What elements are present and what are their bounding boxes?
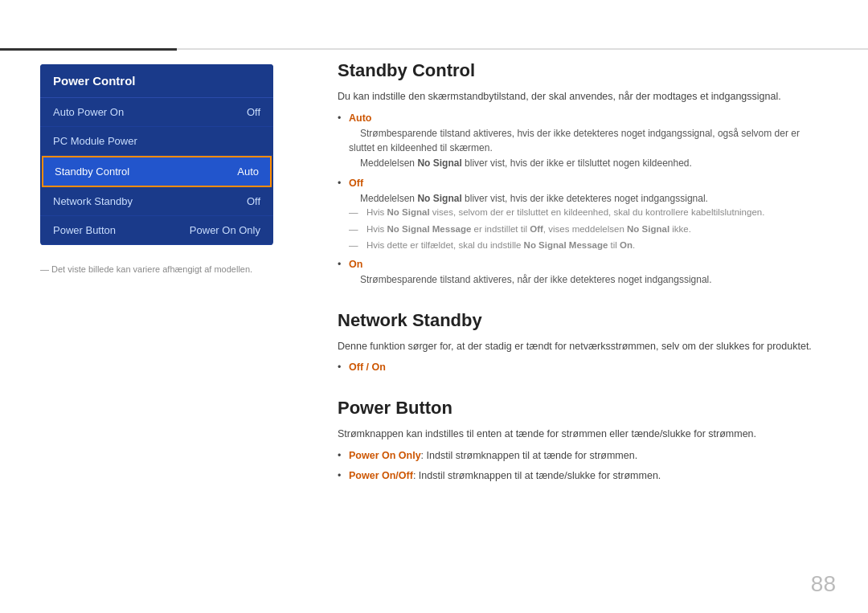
bullet-on: On Strømbesparende tilstand aktiveres, n… bbox=[338, 257, 828, 288]
footnote: ― Det viste billede kan variere afhængig… bbox=[40, 264, 281, 274]
right-content: Standby Control Du kan indstille den skæ… bbox=[338, 60, 828, 505]
section-standby-control: Standby Control Du kan indstille den skæ… bbox=[338, 60, 828, 288]
dash-item-2: Hvis No Signal Message er indstillet til… bbox=[349, 223, 828, 236]
menu-value-network-standby: Off bbox=[247, 195, 260, 207]
bullet-on-subtext: Strømbesparende tilstand aktiveres, når … bbox=[349, 274, 712, 285]
menu-value-auto-power-on: Off bbox=[247, 106, 260, 118]
bullet-auto-subtext: Strømbesparende tilstand aktiveres, hvis… bbox=[349, 128, 800, 154]
menu-label-network-standby: Network Standby bbox=[53, 195, 133, 207]
power-button-title: Power Button bbox=[338, 398, 828, 419]
network-standby-desc: Denne funktion sørger for, at der stadig… bbox=[338, 339, 828, 354]
menu-label-standby-control: Standby Control bbox=[55, 166, 129, 178]
menu-value-power-button: Power On Only bbox=[190, 224, 260, 236]
power-button-bullets: Power On Only: Indstil strømknappen til … bbox=[338, 448, 828, 484]
bullet-off-on: Off / On bbox=[338, 360, 828, 375]
menu-label-auto-power-on: Auto Power On bbox=[53, 106, 124, 118]
bullet-auto-label: Auto bbox=[349, 112, 371, 124]
bullet-off-label: Off bbox=[349, 178, 363, 189]
menu-title: Power Control bbox=[40, 64, 273, 98]
page-number: 88 bbox=[811, 571, 836, 597]
section-power-button: Power Button Strømknappen kan indstilles… bbox=[338, 398, 828, 483]
dash-item-3: Hvis dette er tilfældet, skal du indstil… bbox=[349, 239, 828, 252]
divider-right bbox=[305, 48, 868, 49]
bullet-power-on-only: Power On Only: Indstil strømknappen til … bbox=[338, 448, 828, 464]
bullet-power-on-off: Power On/Off: Indstil strømknappen til a… bbox=[338, 468, 828, 484]
dash-item-1: Hvis No Signal vises, selvom der er tils… bbox=[349, 206, 828, 219]
left-panel: Power Control Auto Power On Off PC Modul… bbox=[40, 64, 281, 274]
menu-item-auto-power-on[interactable]: Auto Power On Off bbox=[40, 98, 273, 127]
bullet-on-label: On bbox=[349, 259, 362, 270]
bullet-off-subtext: Meddelelsen No Signal bliver vist, hvis … bbox=[349, 193, 708, 204]
bullet-auto-extra: Meddelelsen No Signal bliver vist, hvis … bbox=[349, 157, 692, 169]
bullet-power-on-off-text: : Indstil strømknappen til at tænde/sluk… bbox=[413, 470, 661, 481]
bullet-off-on-label: Off / On bbox=[349, 362, 386, 373]
menu-item-power-button[interactable]: Power Button Power On Only bbox=[40, 216, 273, 245]
standby-control-bullets: Auto Strømbesparende tilstand aktiveres,… bbox=[338, 111, 828, 288]
menu-item-standby-control[interactable]: Standby Control Auto bbox=[42, 156, 272, 187]
network-standby-title: Network Standby bbox=[338, 310, 828, 331]
bullet-power-on-off-label: Power On/Off bbox=[349, 470, 413, 481]
bullet-power-on-only-label: Power On Only bbox=[349, 450, 421, 461]
top-accent bbox=[0, 48, 177, 51]
menu-item-pc-module[interactable]: PC Module Power bbox=[40, 127, 273, 156]
bullet-off: Off Meddelelsen No Signal bliver vist, h… bbox=[338, 176, 828, 252]
standby-control-title: Standby Control bbox=[338, 60, 828, 81]
power-control-menu: Power Control Auto Power On Off PC Modul… bbox=[40, 64, 273, 245]
bullet-power-on-only-text: : Indstil strømknappen til at tænde for … bbox=[421, 450, 638, 461]
menu-label-power-button: Power Button bbox=[53, 224, 116, 236]
network-standby-bullets: Off / On bbox=[338, 360, 828, 375]
menu-label-pc-module: PC Module Power bbox=[53, 135, 137, 147]
section-network-standby: Network Standby Denne funktion sørger fo… bbox=[338, 310, 828, 376]
standby-control-desc: Du kan indstille den skærmstandbytilstan… bbox=[338, 89, 828, 104]
power-button-desc: Strømknappen kan indstilles til enten at… bbox=[338, 427, 828, 442]
bullet-auto: Auto Strømbesparende tilstand aktiveres,… bbox=[338, 111, 828, 171]
menu-item-network-standby[interactable]: Network Standby Off bbox=[40, 187, 273, 216]
menu-value-standby-control: Auto bbox=[237, 166, 259, 178]
